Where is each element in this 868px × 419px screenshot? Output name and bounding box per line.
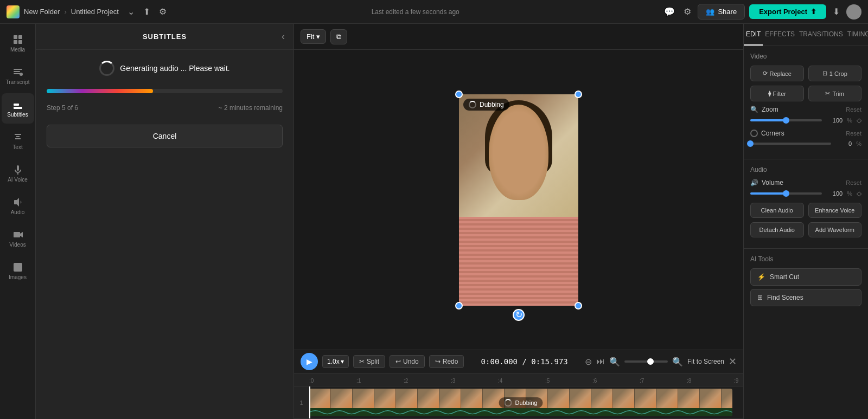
play-button[interactable]: ▶ (301, 353, 318, 370)
chevron-down-icon[interactable]: ⌄ (125, 4, 137, 19)
rotate-handle[interactable]: ↻ (513, 309, 525, 321)
fit-dropdown[interactable]: Fit ▾ (301, 29, 326, 44)
timeline-playhead[interactable] (309, 386, 310, 418)
corners-reset[interactable]: Reset (846, 130, 861, 137)
generating-container: Generating audio ... Please wait. Step 5… (47, 61, 283, 147)
clip-thumb (678, 389, 700, 408)
sidebar-item-media[interactable]: Media (2, 28, 34, 59)
sidebar-label-transcript: Transcript (5, 79, 29, 85)
clip-thumb (570, 389, 591, 408)
zoom-plus-icon[interactable]: 🔍 (672, 357, 683, 367)
volume-label: 🔊 Volume (750, 179, 783, 186)
svg-rect-4 (14, 69, 22, 70)
enhance-voice-button[interactable]: Enhance Voice (808, 203, 862, 218)
progress-bar-fill (47, 89, 153, 93)
timeline-ruler: :0 :1 :2 :3 :4 :5 :6 :7 :8 :9 :10 :11 :1… (294, 373, 743, 386)
copy-frame-button[interactable]: ⧉ (330, 29, 347, 44)
right-panel-tabs: EDIT EFFECTS TRANSITIONS TIMING (744, 24, 868, 46)
audio-section: Audio 🔊 Volume Reset 100 % (744, 159, 868, 249)
progress-bar-container (47, 89, 283, 93)
split-button[interactable]: ✂ Split (353, 355, 385, 368)
timeline-controls: ▶ 1.0x ▾ ✂ Split ↩ Undo ↪ Redo 0:00.000 … (294, 350, 743, 373)
zoom-label: 🔍 Zoom (750, 106, 778, 113)
skip-to-end-button[interactable]: ⏭ (596, 357, 605, 366)
zoom-slider-track[interactable] (750, 119, 822, 121)
find-scenes-button[interactable]: ⊞ Find Scenes (750, 289, 861, 306)
sidebar-label-media: Media (10, 47, 25, 53)
svg-point-7 (20, 73, 23, 76)
volume-reset[interactable]: Reset (846, 179, 861, 186)
resize-handle-tr[interactable] (575, 91, 582, 98)
project-name[interactable]: Untitled Project (71, 8, 119, 16)
add-waveform-button[interactable]: Add Waveform (808, 222, 862, 237)
sidebar-item-text[interactable]: Text (2, 126, 34, 156)
sidebar-label-images: Images (9, 274, 27, 280)
comment-icon[interactable]: 💬 (662, 4, 677, 19)
undo-icon: ↩ (395, 358, 401, 365)
user-avatar[interactable] (846, 4, 861, 20)
filter-button[interactable]: ⧫ Filter (750, 86, 804, 101)
resize-handle-br[interactable] (575, 302, 582, 310)
volume-slider-track[interactable] (750, 192, 822, 195)
svg-rect-9 (14, 104, 19, 106)
zoom-out-button[interactable]: ⊖ (585, 357, 592, 367)
volume-keyframe-icon[interactable]: ◇ (857, 190, 861, 197)
zoom-value: 100 (826, 117, 843, 124)
clip-thumb (418, 389, 439, 408)
speed-button[interactable]: 1.0x ▾ (322, 355, 349, 368)
video-clip[interactable]: Dubbing (309, 389, 732, 416)
panel-resize-handle[interactable] (291, 24, 296, 419)
zoom-keyframe-icon[interactable]: ◇ (857, 117, 861, 124)
sidebar-item-images[interactable]: Images (2, 256, 34, 286)
share-button[interactable]: 👥 Share (698, 4, 745, 20)
corners-unit: % (856, 140, 861, 147)
settings-gear-icon[interactable]: ⚙ (157, 4, 169, 19)
redo-button[interactable]: ↪ Redo (429, 355, 464, 368)
clean-audio-button[interactable]: Clean Audio (750, 203, 804, 218)
trim-icon: ✂ (825, 90, 830, 97)
tab-effects[interactable]: EFFECTS (763, 24, 797, 46)
settings-icon[interactable]: ⚙ (681, 4, 693, 19)
zoom-slider[interactable] (624, 360, 668, 363)
detach-audio-button[interactable]: Detach Audio (750, 222, 804, 237)
sidebar-item-ai-voice[interactable]: AI Voice (2, 158, 34, 189)
volume-slider-fill (750, 192, 786, 195)
corners-slider-track[interactable] (750, 143, 831, 145)
clip-thumb (309, 389, 331, 408)
tab-transitions[interactable]: TRANSITIONS (797, 24, 845, 46)
clip-thumb (613, 389, 635, 408)
resize-handle-bl[interactable] (455, 302, 463, 310)
tab-timing[interactable]: TIMING (845, 24, 868, 46)
replace-button[interactable]: ⟳ Replace (750, 66, 804, 81)
sidebar-item-subtitles[interactable]: Subtitles (2, 93, 34, 124)
resize-handle-tl[interactable] (455, 91, 463, 98)
sidebar-item-transcript[interactable]: Transcript (2, 61, 34, 91)
video-track: Dubbing (309, 386, 743, 419)
fit-to-screen-button[interactable]: Fit to Screen (687, 358, 724, 365)
dubbing-badge: Dubbing (463, 99, 509, 111)
sidebar-item-videos[interactable]: Videos (2, 223, 34, 254)
clip-dubbing-badge: Dubbing (499, 397, 543, 408)
export-button[interactable]: Export Project ⬆ (749, 4, 826, 19)
zoom-unit: % (847, 117, 852, 124)
crop-button[interactable]: ⊡ 1 Crop (808, 66, 862, 81)
zoom-slider-row: 🔍 Zoom Reset 100 % ◇ (750, 106, 861, 124)
folder-name[interactable]: New Folder (24, 8, 60, 16)
share-upload-icon[interactable]: ⬆ (141, 4, 152, 19)
chevron-down-icon: ▾ (316, 33, 320, 41)
close-timeline-button[interactable]: ✕ (729, 356, 737, 368)
sidebar-label-subtitles: Subtitles (7, 112, 28, 118)
clip-dubbing-spinner (505, 399, 512, 407)
trim-button[interactable]: ✂ Trim (808, 86, 862, 101)
undo-button[interactable]: ↩ Undo (390, 355, 425, 368)
cancel-button[interactable]: Cancel (47, 125, 283, 147)
tab-edit[interactable]: EDIT (744, 24, 763, 46)
panel-close-button[interactable]: ‹ (282, 31, 285, 42)
smart-cut-button[interactable]: ⚡ Smart Cut (750, 268, 861, 286)
download-icon[interactable]: ⬇ (831, 4, 842, 19)
sidebar-item-audio[interactable]: Audio (2, 191, 34, 221)
clip-thumb (374, 389, 396, 408)
svg-rect-8 (14, 107, 22, 109)
zoom-minus-icon[interactable]: 🔍 (609, 357, 620, 367)
zoom-reset[interactable]: Reset (846, 106, 861, 113)
